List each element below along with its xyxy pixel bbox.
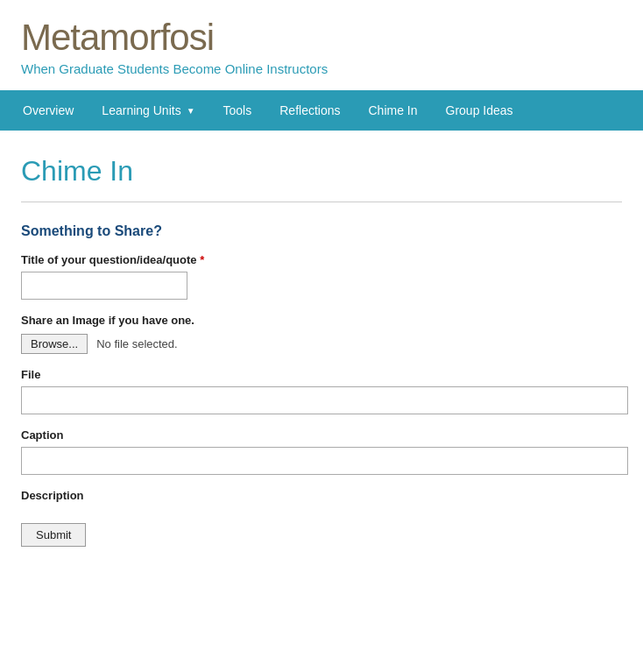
header: Metamorfosi When Graduate Students Becom…	[0, 0, 643, 90]
nav-item-reflections[interactable]: Reflections	[265, 90, 354, 131]
section-heading: Something to Share?	[21, 223, 622, 239]
required-marker: *	[200, 253, 204, 266]
image-section: Share an Image if you have one. Browse..…	[21, 314, 622, 354]
title-form-group: Title of your question/idea/quote *	[21, 253, 622, 300]
caption-form-group: Caption	[21, 428, 622, 475]
title-label: Title of your question/idea/quote *	[21, 253, 622, 266]
nav-item-overview[interactable]: Overview	[9, 90, 88, 131]
title-input[interactable]	[21, 272, 187, 300]
file-form-group: File	[21, 368, 622, 414]
divider	[21, 202, 622, 202]
caption-input[interactable]	[21, 447, 628, 475]
file-input[interactable]	[21, 386, 628, 414]
description-form-group: Description	[21, 489, 622, 502]
nav-item-chime-in[interactable]: Chime In	[355, 90, 432, 131]
site-subtitle: When Graduate Students Become Online Ins…	[21, 61, 622, 76]
nav-item-tools[interactable]: Tools	[209, 90, 266, 131]
description-label: Description	[21, 489, 622, 502]
site-title: Metamorfosi	[21, 18, 622, 58]
submit-button[interactable]: Submit	[21, 523, 86, 547]
page-title: Chime In	[21, 155, 622, 187]
nav-item-group-ideas[interactable]: Group Ideas	[432, 90, 527, 131]
file-row: Browse... No file selected.	[21, 334, 622, 354]
chevron-down-icon: ▼	[187, 106, 195, 116]
no-file-text: No file selected.	[96, 337, 178, 350]
browse-button[interactable]: Browse...	[21, 334, 88, 354]
image-label: Share an Image if you have one.	[21, 314, 622, 327]
nav-item-learning-units[interactable]: Learning Units ▼	[88, 90, 208, 131]
caption-label: Caption	[21, 428, 622, 442]
main-nav: Overview Learning Units ▼ Tools Reflecti…	[0, 90, 643, 131]
file-label: File	[21, 368, 622, 381]
page-content: Chime In Something to Share? Title of yo…	[0, 131, 643, 582]
